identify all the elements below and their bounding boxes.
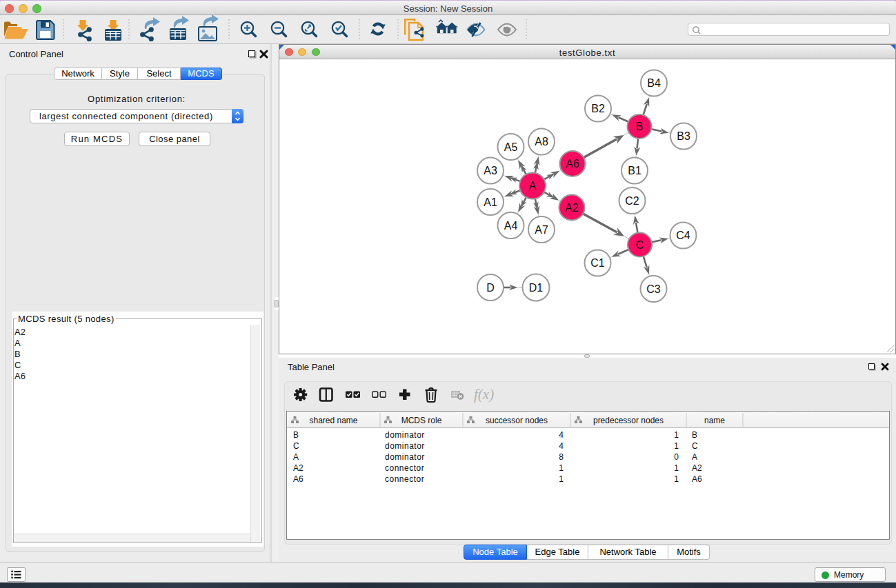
- svg-text:C: C: [692, 441, 698, 451]
- svg-text:successor nodes: successor nodes: [486, 416, 548, 425]
- svg-text:f(x): f(x): [474, 386, 494, 403]
- svg-text:dominator: dominator: [385, 452, 425, 462]
- svg-text:D1: D1: [529, 282, 544, 294]
- svg-text:B3: B3: [677, 130, 690, 142]
- svg-text:A1: A1: [484, 196, 497, 208]
- svg-text:connector: connector: [385, 463, 424, 473]
- svg-text:1: 1: [559, 474, 564, 484]
- svg-text:A8: A8: [535, 136, 548, 148]
- svg-text:8: 8: [559, 452, 564, 462]
- svg-text:A2: A2: [692, 463, 702, 473]
- svg-text:1: 1: [674, 441, 679, 451]
- svg-text:B: B: [293, 430, 299, 440]
- svg-text:1: 1: [674, 474, 679, 484]
- svg-text:A5: A5: [504, 141, 518, 153]
- svg-text:B4: B4: [647, 77, 661, 89]
- svg-text:A: A: [293, 452, 299, 462]
- svg-text:dominator: dominator: [385, 430, 425, 440]
- svg-text:1: 1: [559, 463, 564, 473]
- svg-text:A: A: [692, 452, 697, 462]
- svg-text:4: 4: [559, 430, 564, 440]
- svg-text:C2: C2: [625, 195, 639, 207]
- svg-text:A3: A3: [484, 165, 497, 176]
- svg-text:C3: C3: [646, 283, 661, 295]
- svg-text:name: name: [704, 416, 725, 425]
- svg-text:dominator: dominator: [385, 441, 425, 451]
- svg-text:B: B: [692, 430, 697, 440]
- svg-text:A7: A7: [535, 224, 548, 236]
- svg-text:B: B: [636, 121, 644, 132]
- svg-text:C: C: [636, 239, 644, 251]
- svg-text:MCDS role: MCDS role: [401, 416, 442, 425]
- svg-text:connector: connector: [385, 474, 424, 484]
- svg-text:B1: B1: [628, 165, 641, 176]
- svg-text:B2: B2: [591, 103, 605, 114]
- svg-text:0: 0: [674, 452, 679, 462]
- svg-text:C: C: [293, 441, 299, 451]
- svg-text:A2: A2: [293, 463, 303, 473]
- svg-text:C4: C4: [676, 230, 690, 241]
- svg-text:1: 1: [674, 430, 679, 440]
- svg-text:predecessor nodes: predecessor nodes: [593, 416, 664, 425]
- svg-text:A: A: [529, 180, 537, 192]
- svg-text:shared name: shared name: [309, 416, 357, 425]
- svg-text:A4: A4: [504, 220, 518, 232]
- svg-text:A6: A6: [566, 158, 579, 170]
- svg-text:4: 4: [559, 441, 564, 451]
- svg-text:C1: C1: [590, 257, 605, 269]
- svg-text:A6: A6: [692, 474, 702, 484]
- svg-text:A2: A2: [565, 202, 579, 214]
- svg-text:1: 1: [674, 463, 679, 473]
- svg-text:A6: A6: [293, 474, 303, 484]
- svg-text:D: D: [486, 282, 495, 294]
